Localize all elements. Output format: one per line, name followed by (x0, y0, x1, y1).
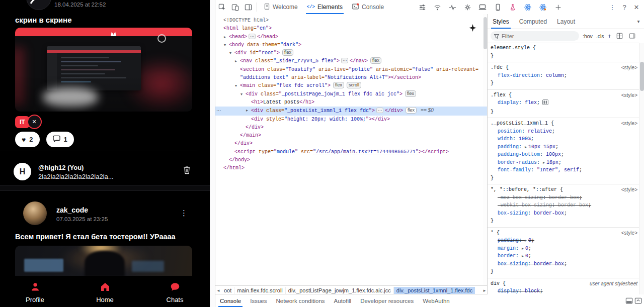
device-toolbar-icon[interactable] (228, 1, 242, 13)
flex-editor-icon[interactable] (542, 99, 548, 108)
css-declaration[interactable]: border: ▸0; (491, 252, 637, 260)
tree-line[interactable]: </html> (215, 164, 488, 172)
ellipsis-expand-icon[interactable]: ⋯ (249, 34, 256, 39)
tree-line[interactable]: "additions text" aria-label="Notificatio… (215, 74, 488, 82)
tab-welcome[interactable]: Welcome (259, 0, 302, 14)
css-property-name[interactable]: width (498, 136, 513, 142)
css-declaration[interactable]: -moz-box-sizing: border-box; (491, 194, 637, 202)
element-classes-button[interactable]: .cls (596, 33, 604, 39)
collapse-arrow-icon[interactable]: ▾ (229, 49, 231, 57)
tree-line[interactable]: ▾<div id="root">flex (215, 49, 488, 57)
css-selector[interactable]: ._postsList_1xmnl_1 (491, 121, 548, 126)
kebab-menu-icon[interactable]: ⋮ (606, 1, 618, 13)
settings-icon[interactable] (460, 1, 475, 13)
tree-line[interactable]: </div> (215, 124, 488, 132)
tree-line[interactable]: ▾<main class="flex fdc scroll">flexscrol… (215, 82, 488, 90)
breadcrumb-item[interactable]: div._postsList_1xmnl_1.flex.fdc (394, 287, 475, 294)
shorthand-expand-icon[interactable]: ▸ (525, 238, 527, 243)
comment-button[interactable]: 1 (46, 132, 74, 147)
react-profiler-icon[interactable] (535, 1, 550, 13)
chevron-down-icon[interactable]: ▾ (632, 16, 644, 28)
shorthand-expand-icon[interactable]: ▸ (522, 246, 524, 251)
avatar[interactable]: H (14, 163, 31, 180)
styles-tab-layout[interactable]: Layout (552, 14, 580, 29)
tree-line[interactable]: <!DOCTYPE html> (215, 17, 488, 25)
css-property-value[interactable]: 0 (528, 238, 531, 243)
css-property-value[interactable]: border-box (534, 261, 564, 267)
css-selector[interactable]: .fdc (491, 65, 503, 70)
css-property-name[interactable]: position (498, 129, 522, 134)
dock-side-icon[interactable] (242, 1, 255, 13)
css-declaration[interactable]: display: flex; (491, 99, 637, 108)
css-property-name[interactable]: border-radius (498, 160, 537, 165)
styles-scrollbar[interactable] (639, 43, 644, 294)
expand-arrow-icon[interactable]: ▸ (224, 33, 226, 41)
css-property-value[interactable]: border-box (549, 195, 579, 200)
drawer-tab-network-conditions[interactable]: Network conditions (271, 294, 329, 307)
css-property-name[interactable]: font-family (498, 167, 531, 173)
collapse-arrow-icon[interactable]: ▾ (240, 90, 243, 98)
tree-line[interactable]: <html lang="en"> (215, 25, 488, 33)
layout-badge[interactable]: flex (370, 57, 381, 64)
css-property-name[interactable]: -moz-box-sizing (498, 195, 543, 200)
css-property-name[interactable]: box-sizing (498, 261, 528, 267)
css-property-name[interactable]: display (498, 100, 519, 106)
css-property-value[interactable]: 100px (546, 152, 561, 157)
layout-badge[interactable]: flex (282, 49, 293, 56)
tree-line[interactable]: ▾<div class="_postListPage_jowjm_1 flex … (215, 90, 488, 98)
tree-line[interactable]: ⋯▸<div class="_postsList_1xmnl_1 flex fd… (215, 107, 488, 115)
nav-item-chats[interactable]: Chats (140, 278, 210, 307)
delete-comment-button[interactable] (183, 166, 191, 176)
css-property-name[interactable]: display (498, 288, 519, 294)
inspect-icon[interactable] (215, 1, 228, 13)
new-style-rule-button[interactable]: + (608, 32, 612, 40)
laptop-icon[interactable] (475, 1, 490, 13)
css-property-value[interactable]: relative (528, 129, 552, 134)
css-selector[interactable]: * (491, 230, 494, 236)
post-image[interactable] (15, 246, 192, 276)
css-property-name[interactable]: padding (498, 144, 519, 150)
dock-drawer-icon[interactable] (624, 296, 633, 305)
css-declaration[interactable]: font-family: "Inter", serif; (491, 166, 637, 174)
layout-badge[interactable]: flex (406, 107, 417, 114)
nav-item-profile[interactable]: Profile (0, 278, 70, 307)
stylesheet-link[interactable]: <style> (621, 120, 637, 128)
more-actions-icon[interactable]: ⋯ (216, 107, 221, 115)
css-declaration[interactable]: padding: ▸10px 15px; (491, 143, 637, 151)
breadcrumb-item[interactable]: main.flex.fdc.scroll (234, 287, 285, 294)
shorthand-expand-icon[interactable]: ▸ (522, 254, 524, 258)
tablet-icon[interactable] (490, 1, 505, 13)
css-declaration[interactable]: box-sizing: border-box; (491, 260, 637, 268)
tab-console[interactable]: Console (347, 0, 388, 14)
tree-line[interactable]: <h1>Latest posts</h1> (215, 98, 488, 107)
css-declaration[interactable]: padding-bottom: 100px; (491, 151, 637, 159)
styles-tab-computed[interactable]: Computed (514, 14, 552, 29)
stylesheet-link[interactable]: <style> (621, 91, 637, 99)
css-property-value[interactable]: 100% (519, 136, 531, 142)
stylesheet-link[interactable]: <style> (621, 186, 637, 194)
avatar[interactable] (26, 0, 51, 10)
performance-icon[interactable] (445, 1, 460, 13)
css-property-value[interactable]: 0 (525, 253, 528, 259)
expand-arrow-icon[interactable]: ▸ (246, 107, 248, 115)
toggle-element-state-button[interactable]: :hov (583, 33, 593, 39)
styles-filter-input[interactable] (491, 31, 579, 41)
crumb-scroll-left-icon[interactable]: ◂ (215, 288, 221, 293)
css-declaration[interactable]: width: 100%; (491, 135, 637, 143)
expand-drawer-icon[interactable] (633, 296, 642, 305)
css-property-value[interactable]: flex (525, 100, 537, 106)
drawer-tab-autofill[interactable]: Autofill (330, 294, 356, 307)
styles-tab-styles[interactable]: Styles (488, 14, 514, 29)
sidebar-layout-icon[interactable] (627, 32, 636, 41)
tree-line[interactable]: </main> (215, 132, 488, 140)
css-property-name[interactable]: border (498, 253, 516, 259)
layout-badge[interactable]: flex (405, 90, 416, 97)
css-declaration[interactable]: border-radius: ▸16px; (491, 159, 637, 167)
shorthand-expand-icon[interactable]: ▸ (525, 145, 527, 149)
tree-line[interactable]: <script type="module" src="/src/app/main… (215, 148, 488, 156)
css-property-value[interactable]: column (546, 73, 564, 78)
collapse-arrow-icon[interactable]: ▾ (224, 41, 226, 49)
css-declaration[interactable]: -webkit-box-sizing: border-box; (491, 201, 637, 210)
css-declaration[interactable]: box-sizing: border-box; (491, 210, 637, 218)
css-declaration[interactable]: position: relative; (491, 128, 637, 136)
